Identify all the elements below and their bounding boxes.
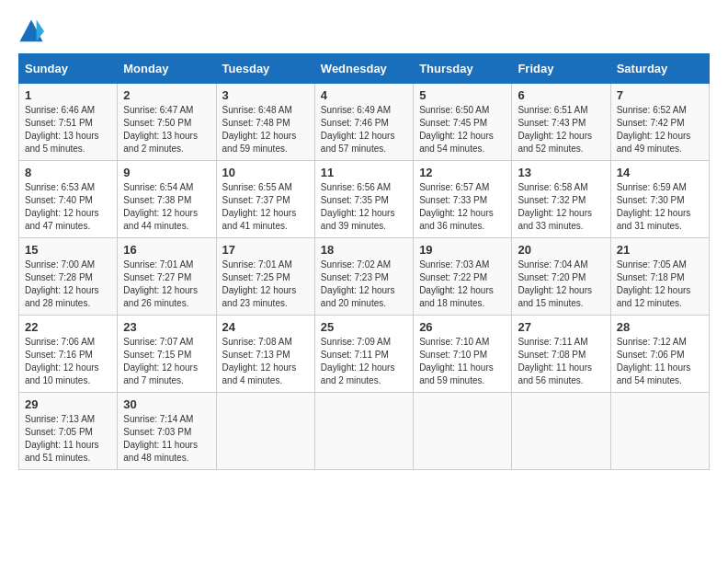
weekday-header-sunday: Sunday — [19, 54, 118, 84]
calendar-cell: 26Sunrise: 7:10 AMSunset: 7:10 PMDayligh… — [414, 316, 512, 393]
day-number: 20 — [518, 243, 604, 257]
day-number: 28 — [617, 320, 703, 334]
day-info: Sunrise: 6:51 AMSunset: 7:43 PMDaylight:… — [518, 104, 604, 155]
calendar-cell: 19Sunrise: 7:03 AMSunset: 7:22 PMDayligh… — [414, 238, 512, 316]
day-number: 15 — [25, 243, 111, 257]
calendar-cell: 5Sunrise: 6:50 AMSunset: 7:45 PMDaylight… — [414, 84, 512, 161]
day-number: 7 — [617, 88, 703, 102]
day-info: Sunrise: 7:12 AMSunset: 7:06 PMDaylight:… — [617, 336, 703, 387]
calendar-cell: 13Sunrise: 6:58 AMSunset: 7:32 PMDayligh… — [512, 161, 610, 238]
day-number: 5 — [419, 88, 506, 102]
calendar-cell: 16Sunrise: 7:01 AMSunset: 7:27 PMDayligh… — [118, 238, 216, 316]
weekday-header-friday: Friday — [512, 54, 610, 84]
day-number: 13 — [518, 166, 604, 179]
day-info: Sunrise: 6:50 AMSunset: 7:45 PMDaylight:… — [419, 104, 506, 155]
calendar-cell: 22Sunrise: 7:06 AMSunset: 7:16 PMDayligh… — [19, 316, 118, 393]
day-info: Sunrise: 7:03 AMSunset: 7:22 PMDaylight:… — [419, 259, 506, 310]
day-info: Sunrise: 7:02 AMSunset: 7:23 PMDaylight:… — [321, 259, 407, 310]
day-number: 12 — [419, 166, 506, 179]
calendar-cell: 27Sunrise: 7:11 AMSunset: 7:08 PMDayligh… — [512, 316, 610, 393]
calendar-cell: 30Sunrise: 7:14 AMSunset: 7:03 PMDayligh… — [118, 393, 216, 470]
calendar-cell — [512, 393, 610, 470]
calendar-cell: 21Sunrise: 7:05 AMSunset: 7:18 PMDayligh… — [610, 238, 709, 316]
day-number: 19 — [419, 243, 506, 257]
day-info: Sunrise: 7:01 AMSunset: 7:25 PMDaylight:… — [222, 259, 309, 310]
day-number: 27 — [518, 320, 604, 334]
day-number: 25 — [321, 320, 407, 334]
day-info: Sunrise: 7:13 AMSunset: 7:05 PMDaylight:… — [25, 413, 111, 465]
day-info: Sunrise: 7:09 AMSunset: 7:11 PMDaylight:… — [321, 336, 407, 387]
weekday-header-tuesday: Tuesday — [216, 54, 314, 84]
calendar-cell: 9Sunrise: 6:54 AMSunset: 7:38 PMDaylight… — [118, 161, 216, 238]
calendar-cell: 12Sunrise: 6:57 AMSunset: 7:33 PMDayligh… — [414, 161, 512, 238]
day-number: 3 — [222, 88, 309, 102]
weekday-header-wednesday: Wednesday — [314, 54, 413, 84]
calendar-cell: 1Sunrise: 6:46 AMSunset: 7:51 PMDaylight… — [19, 84, 118, 161]
day-info: Sunrise: 7:00 AMSunset: 7:28 PMDaylight:… — [25, 259, 111, 310]
day-number: 11 — [321, 166, 407, 179]
day-number: 10 — [222, 166, 309, 179]
day-info: Sunrise: 6:58 AMSunset: 7:32 PMDaylight:… — [518, 181, 604, 233]
calendar-cell: 10Sunrise: 6:55 AMSunset: 7:37 PMDayligh… — [216, 161, 314, 238]
calendar-cell: 4Sunrise: 6:49 AMSunset: 7:46 PMDaylight… — [314, 84, 413, 161]
calendar-cell: 17Sunrise: 7:01 AMSunset: 7:25 PMDayligh… — [216, 238, 314, 316]
calendar-cell — [216, 393, 314, 470]
calendar-cell: 11Sunrise: 6:56 AMSunset: 7:35 PMDayligh… — [314, 161, 413, 238]
calendar-cell: 28Sunrise: 7:12 AMSunset: 7:06 PMDayligh… — [610, 316, 709, 393]
weekday-header-monday: Monday — [118, 54, 216, 84]
day-info: Sunrise: 7:05 AMSunset: 7:18 PMDaylight:… — [617, 259, 703, 310]
day-info: Sunrise: 6:52 AMSunset: 7:42 PMDaylight:… — [617, 104, 703, 155]
calendar-cell: 29Sunrise: 7:13 AMSunset: 7:05 PMDayligh… — [19, 393, 118, 470]
calendar-cell: 15Sunrise: 7:00 AMSunset: 7:28 PMDayligh… — [19, 238, 118, 316]
day-info: Sunrise: 6:57 AMSunset: 7:33 PMDaylight:… — [419, 181, 506, 233]
calendar-cell — [414, 393, 512, 470]
day-number: 22 — [25, 320, 111, 334]
day-number: 18 — [321, 243, 407, 257]
calendar-table: SundayMondayTuesdayWednesdayThursdayFrid… — [18, 53, 710, 470]
day-info: Sunrise: 6:54 AMSunset: 7:38 PMDaylight:… — [123, 181, 210, 233]
day-info: Sunrise: 7:06 AMSunset: 7:16 PMDaylight:… — [25, 336, 111, 387]
day-number: 2 — [123, 88, 210, 102]
calendar-cell: 23Sunrise: 7:07 AMSunset: 7:15 PMDayligh… — [118, 316, 216, 393]
day-number: 4 — [321, 88, 407, 102]
day-number: 6 — [518, 88, 604, 102]
weekday-header-thursday: Thursday — [414, 54, 512, 84]
day-info: Sunrise: 6:59 AMSunset: 7:30 PMDaylight:… — [617, 181, 703, 233]
calendar-cell: 8Sunrise: 6:53 AMSunset: 7:40 PMDaylight… — [19, 161, 118, 238]
day-number: 30 — [123, 397, 210, 411]
day-info: Sunrise: 6:55 AMSunset: 7:37 PMDaylight:… — [222, 181, 309, 233]
day-info: Sunrise: 7:11 AMSunset: 7:08 PMDaylight:… — [518, 336, 604, 387]
day-number: 16 — [123, 243, 210, 257]
calendar-cell — [314, 393, 413, 470]
day-info: Sunrise: 6:47 AMSunset: 7:50 PMDaylight:… — [123, 104, 210, 155]
day-number: 29 — [25, 397, 111, 411]
day-info: Sunrise: 7:10 AMSunset: 7:10 PMDaylight:… — [419, 336, 506, 387]
calendar-cell: 18Sunrise: 7:02 AMSunset: 7:23 PMDayligh… — [314, 238, 413, 316]
weekday-header-saturday: Saturday — [610, 54, 709, 84]
day-info: Sunrise: 7:08 AMSunset: 7:13 PMDaylight:… — [222, 336, 309, 387]
day-info: Sunrise: 6:48 AMSunset: 7:48 PMDaylight:… — [222, 104, 309, 155]
day-number: 24 — [222, 320, 309, 334]
day-info: Sunrise: 7:07 AMSunset: 7:15 PMDaylight:… — [123, 336, 210, 387]
calendar-cell: 6Sunrise: 6:51 AMSunset: 7:43 PMDaylight… — [512, 84, 610, 161]
calendar-cell: 3Sunrise: 6:48 AMSunset: 7:48 PMDaylight… — [216, 84, 314, 161]
calendar-cell: 7Sunrise: 6:52 AMSunset: 7:42 PMDaylight… — [610, 84, 709, 161]
calendar-cell: 25Sunrise: 7:09 AMSunset: 7:11 PMDayligh… — [314, 316, 413, 393]
day-info: Sunrise: 7:14 AMSunset: 7:03 PMDaylight:… — [123, 413, 210, 465]
day-number: 21 — [617, 243, 703, 257]
day-info: Sunrise: 6:56 AMSunset: 7:35 PMDaylight:… — [321, 181, 407, 233]
logo-icon — [18, 18, 44, 44]
day-info: Sunrise: 6:49 AMSunset: 7:46 PMDaylight:… — [321, 104, 407, 155]
calendar-cell: 14Sunrise: 6:59 AMSunset: 7:30 PMDayligh… — [610, 161, 709, 238]
calendar-cell: 20Sunrise: 7:04 AMSunset: 7:20 PMDayligh… — [512, 238, 610, 316]
calendar-cell: 2Sunrise: 6:47 AMSunset: 7:50 PMDaylight… — [118, 84, 216, 161]
day-info: Sunrise: 7:04 AMSunset: 7:20 PMDaylight:… — [518, 259, 604, 310]
day-number: 8 — [25, 166, 111, 179]
day-number: 14 — [617, 166, 703, 179]
day-info: Sunrise: 6:53 AMSunset: 7:40 PMDaylight:… — [25, 181, 111, 233]
calendar-cell: 24Sunrise: 7:08 AMSunset: 7:13 PMDayligh… — [216, 316, 314, 393]
day-number: 17 — [222, 243, 309, 257]
logo — [18, 18, 50, 44]
day-info: Sunrise: 6:46 AMSunset: 7:51 PMDaylight:… — [25, 104, 111, 155]
calendar-cell — [610, 393, 709, 470]
